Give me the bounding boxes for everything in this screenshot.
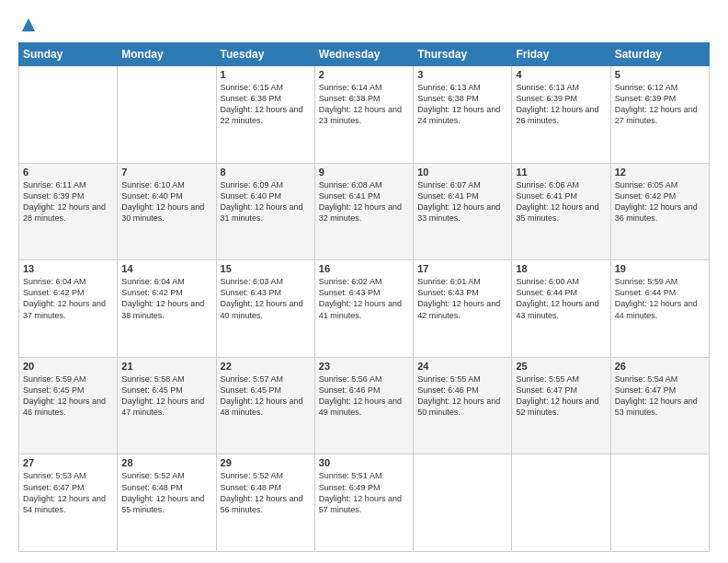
day-number: 12 — [615, 167, 705, 178]
calendar-cell: 9Sunrise: 6:08 AMSunset: 6:41 PMDaylight… — [314, 163, 413, 260]
day-number: 2 — [319, 69, 409, 80]
calendar-cell: 23Sunrise: 5:56 AMSunset: 6:46 PMDayligh… — [314, 357, 413, 454]
cell-info: Sunrise: 6:06 AMSunset: 6:41 PMDaylight:… — [516, 179, 606, 224]
cell-info: Sunrise: 5:52 AMSunset: 6:48 PMDaylight:… — [221, 470, 311, 515]
calendar-week-row: 1Sunrise: 6:15 AMSunset: 6:38 PMDaylight… — [19, 66, 710, 164]
logo-icon — [20, 17, 37, 33]
cell-info: Sunrise: 5:53 AMSunset: 6:47 PMDaylight:… — [23, 470, 113, 515]
calendar-cell: 14Sunrise: 6:04 AMSunset: 6:42 PMDayligh… — [118, 260, 216, 358]
cell-info: Sunrise: 6:00 AMSunset: 6:44 PMDaylight:… — [516, 276, 606, 321]
calendar-cell: 7Sunrise: 6:10 AMSunset: 6:40 PMDaylight… — [118, 163, 216, 260]
day-number: 3 — [417, 69, 507, 80]
day-number: 23 — [319, 361, 409, 372]
calendar-week-row: 27Sunrise: 5:53 AMSunset: 6:47 PMDayligh… — [19, 454, 710, 552]
calendar-cell: 8Sunrise: 6:09 AMSunset: 6:40 PMDaylight… — [216, 163, 314, 260]
day-number: 4 — [516, 69, 606, 80]
cell-info: Sunrise: 6:13 AMSunset: 6:38 PMDaylight:… — [417, 82, 507, 127]
page: SundayMondayTuesdayWednesdayThursdayFrid… — [0, 0, 728, 563]
day-number: 9 — [319, 167, 409, 178]
cell-info: Sunrise: 5:57 AMSunset: 6:45 PMDaylight:… — [221, 373, 311, 419]
day-number: 7 — [121, 167, 211, 178]
cell-info: Sunrise: 5:56 AMSunset: 6:46 PMDaylight:… — [319, 373, 409, 419]
calendar-cell: 5Sunrise: 6:12 AMSunset: 6:39 PMDaylight… — [610, 66, 709, 164]
col-header-friday: Friday — [512, 43, 610, 66]
cell-info: Sunrise: 6:11 AMSunset: 6:39 PMDaylight:… — [23, 179, 113, 224]
day-number: 18 — [516, 263, 606, 274]
cell-info: Sunrise: 6:14 AMSunset: 6:38 PMDaylight:… — [319, 82, 409, 127]
calendar-table: SundayMondayTuesdayWednesdayThursdayFrid… — [18, 42, 710, 552]
day-number: 22 — [221, 361, 311, 372]
cell-info: Sunrise: 6:10 AMSunset: 6:40 PMDaylight:… — [121, 179, 211, 224]
cell-info: Sunrise: 5:59 AMSunset: 6:45 PMDaylight:… — [23, 373, 113, 419]
day-number: 24 — [417, 361, 507, 372]
calendar-cell: 18Sunrise: 6:00 AMSunset: 6:44 PMDayligh… — [512, 260, 610, 358]
calendar-cell: 16Sunrise: 6:02 AMSunset: 6:43 PMDayligh… — [314, 260, 413, 358]
cell-info: Sunrise: 6:01 AMSunset: 6:43 PMDaylight:… — [417, 276, 507, 321]
calendar-cell: 25Sunrise: 5:55 AMSunset: 6:47 PMDayligh… — [512, 357, 610, 454]
day-number: 28 — [121, 457, 211, 468]
day-number: 21 — [121, 361, 211, 372]
day-number: 8 — [221, 167, 311, 178]
calendar-cell: 19Sunrise: 5:59 AMSunset: 6:44 PMDayligh… — [610, 260, 709, 358]
cell-info: Sunrise: 5:59 AMSunset: 6:44 PMDaylight:… — [615, 276, 705, 321]
cell-info: Sunrise: 6:02 AMSunset: 6:43 PMDaylight:… — [319, 276, 409, 321]
calendar-header-row: SundayMondayTuesdayWednesdayThursdayFrid… — [19, 43, 710, 66]
day-number: 30 — [319, 457, 409, 468]
calendar-cell: 4Sunrise: 6:13 AMSunset: 6:39 PMDaylight… — [512, 66, 610, 164]
calendar-week-row: 13Sunrise: 6:04 AMSunset: 6:42 PMDayligh… — [19, 260, 710, 358]
header — [18, 17, 710, 33]
cell-info: Sunrise: 5:58 AMSunset: 6:45 PMDaylight:… — [121, 373, 211, 419]
day-number: 20 — [23, 361, 113, 372]
day-number: 6 — [23, 167, 113, 178]
cell-info: Sunrise: 5:52 AMSunset: 6:48 PMDaylight:… — [121, 470, 211, 515]
cell-info: Sunrise: 6:04 AMSunset: 6:42 PMDaylight:… — [23, 276, 113, 321]
cell-info: Sunrise: 6:13 AMSunset: 6:39 PMDaylight:… — [516, 82, 606, 127]
cell-info: Sunrise: 6:04 AMSunset: 6:42 PMDaylight:… — [121, 276, 211, 321]
col-header-saturday: Saturday — [610, 43, 709, 66]
col-header-tuesday: Tuesday — [216, 43, 314, 66]
calendar-cell: 12Sunrise: 6:05 AMSunset: 6:42 PMDayligh… — [610, 163, 709, 260]
calendar-cell: 21Sunrise: 5:58 AMSunset: 6:45 PMDayligh… — [118, 357, 216, 454]
cell-info: Sunrise: 6:03 AMSunset: 6:43 PMDaylight:… — [221, 276, 311, 321]
calendar-cell: 24Sunrise: 5:55 AMSunset: 6:46 PMDayligh… — [414, 357, 512, 454]
cell-info: Sunrise: 5:55 AMSunset: 6:47 PMDaylight:… — [516, 373, 606, 419]
calendar-cell: 20Sunrise: 5:59 AMSunset: 6:45 PMDayligh… — [19, 357, 118, 454]
cell-info: Sunrise: 6:12 AMSunset: 6:39 PMDaylight:… — [615, 82, 705, 127]
cell-info: Sunrise: 5:55 AMSunset: 6:46 PMDaylight:… — [417, 373, 507, 419]
col-header-monday: Monday — [118, 43, 216, 66]
calendar-cell: 28Sunrise: 5:52 AMSunset: 6:48 PMDayligh… — [118, 454, 216, 552]
calendar-cell: 2Sunrise: 6:14 AMSunset: 6:38 PMDaylight… — [314, 66, 413, 164]
calendar-cell: 30Sunrise: 5:51 AMSunset: 6:49 PMDayligh… — [314, 454, 413, 552]
calendar-cell: 3Sunrise: 6:13 AMSunset: 6:38 PMDaylight… — [414, 66, 512, 164]
calendar-cell — [414, 454, 512, 552]
calendar-cell: 6Sunrise: 6:11 AMSunset: 6:39 PMDaylight… — [19, 163, 118, 260]
day-number: 5 — [615, 69, 705, 80]
cell-info: Sunrise: 6:05 AMSunset: 6:42 PMDaylight:… — [615, 179, 705, 224]
calendar-cell: 22Sunrise: 5:57 AMSunset: 6:45 PMDayligh… — [216, 357, 314, 454]
calendar-cell: 17Sunrise: 6:01 AMSunset: 6:43 PMDayligh… — [414, 260, 512, 358]
day-number: 10 — [417, 167, 507, 178]
day-number: 29 — [221, 457, 311, 468]
calendar-cell: 1Sunrise: 6:15 AMSunset: 6:38 PMDaylight… — [216, 66, 314, 164]
day-number: 27 — [23, 457, 113, 468]
calendar-cell — [118, 66, 216, 164]
calendar-cell — [610, 454, 709, 552]
calendar-cell: 10Sunrise: 6:07 AMSunset: 6:41 PMDayligh… — [414, 163, 512, 260]
day-number: 25 — [516, 361, 606, 372]
cell-info: Sunrise: 6:07 AMSunset: 6:41 PMDaylight:… — [417, 179, 507, 224]
calendar-cell — [512, 454, 610, 552]
calendar-cell: 15Sunrise: 6:03 AMSunset: 6:43 PMDayligh… — [216, 260, 314, 358]
calendar-cell: 27Sunrise: 5:53 AMSunset: 6:47 PMDayligh… — [19, 454, 118, 552]
logo — [18, 17, 37, 33]
svg-marker-0 — [22, 18, 35, 31]
day-number: 15 — [221, 263, 311, 274]
cell-info: Sunrise: 6:08 AMSunset: 6:41 PMDaylight:… — [319, 179, 409, 224]
day-number: 11 — [516, 167, 606, 178]
cell-info: Sunrise: 6:15 AMSunset: 6:38 PMDaylight:… — [221, 82, 311, 127]
day-number: 1 — [221, 69, 311, 80]
calendar-cell: 13Sunrise: 6:04 AMSunset: 6:42 PMDayligh… — [19, 260, 118, 358]
calendar-week-row: 20Sunrise: 5:59 AMSunset: 6:45 PMDayligh… — [19, 357, 710, 454]
col-header-sunday: Sunday — [19, 43, 118, 66]
cell-info: Sunrise: 6:09 AMSunset: 6:40 PMDaylight:… — [221, 179, 311, 224]
day-number: 26 — [615, 361, 705, 372]
